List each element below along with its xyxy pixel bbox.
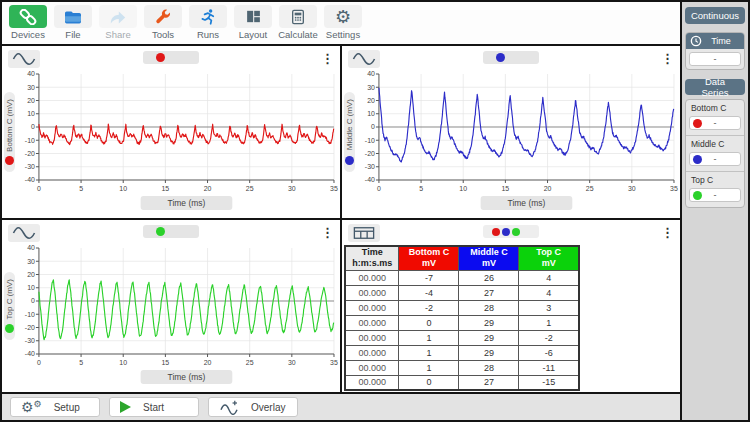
column-header-bottom-c[interactable]: Bottom CmV [399, 246, 459, 270]
plot-area-bottom-c[interactable]: -40-30-20-1001020304005101520253035Time … [15, 68, 340, 218]
graph-menu-icon[interactable]: ⋮ [321, 53, 334, 65]
calculate-button[interactable]: Calculate [276, 5, 320, 40]
table-cell[interactable]: 1 [399, 345, 459, 360]
tools-button[interactable]: Tools [141, 5, 185, 40]
table-cell[interactable]: -4 [399, 285, 459, 300]
svg-text:20: 20 [204, 185, 212, 192]
svg-text:-20: -20 [25, 324, 35, 331]
table-cell[interactable]: -2 [399, 300, 459, 315]
bottom-c-value-field[interactable]: - [689, 116, 741, 130]
table-cell[interactable]: 00.000 [345, 345, 399, 360]
y-axis-label-bottom-c[interactable]: Bottom C (mV) [4, 92, 15, 173]
table-row[interactable]: 00.000128-11 [345, 360, 579, 375]
table-cell[interactable]: 00.000 [345, 300, 399, 315]
table-row[interactable]: 00.000129-6 [345, 345, 579, 360]
table-row[interactable]: 00.000-7264 [345, 270, 579, 285]
plot-area-middle-c[interactable]: -40-30-20-1001020304005101520253035Time … [355, 68, 680, 218]
table-cell[interactable]: 00.000 [345, 315, 399, 330]
graph-menu-icon[interactable]: ⋮ [661, 53, 674, 65]
table-cell[interactable]: 0 [399, 375, 459, 390]
table-menu-icon[interactable]: ⋮ [661, 227, 674, 239]
table-row[interactable]: 00.000-4274 [345, 285, 579, 300]
gear-icon: ⚙ [324, 5, 362, 28]
series-item-bottom-c[interactable]: Bottom C - [686, 100, 744, 136]
table-cell[interactable]: 29 [459, 345, 519, 360]
middle-c-dot-icon [502, 228, 510, 236]
continuous-mode-button[interactable]: Continuous [685, 7, 745, 24]
play-icon [120, 401, 131, 413]
overlay-button[interactable]: Overlay [208, 397, 298, 417]
table-cell[interactable]: 4 [519, 285, 579, 300]
table-series-button[interactable] [483, 225, 539, 238]
table-cell[interactable]: -6 [519, 345, 579, 360]
main-area: Devices File Share Tools [2, 2, 682, 420]
svg-text:0: 0 [31, 297, 35, 304]
table-cell[interactable]: 29 [459, 330, 519, 345]
svg-text:10: 10 [367, 110, 375, 117]
middle-c-value-field[interactable]: - [689, 152, 741, 166]
layout-button[interactable]: Layout [231, 5, 275, 40]
table-cell[interactable]: 1 [399, 330, 459, 345]
table-cell[interactable]: -7 [399, 270, 459, 285]
table-row[interactable]: 00.0000291 [345, 315, 579, 330]
bottom-c-dot-icon [156, 53, 165, 62]
table-cell[interactable]: 27 [459, 375, 519, 390]
table-cell[interactable]: 00.000 [345, 360, 399, 375]
table-cell[interactable]: 0 [399, 315, 459, 330]
series-item-middle-c[interactable]: Middle C - [686, 136, 744, 172]
runner-icon [189, 5, 227, 28]
svg-text:35: 35 [330, 185, 338, 192]
table-icon [351, 226, 377, 240]
table-cell[interactable]: 1 [399, 360, 459, 375]
column-header-middle-c[interactable]: Middle CmV [459, 246, 519, 270]
table-cell[interactable]: -11 [519, 360, 579, 375]
y-axis-label-top-c[interactable]: Top C (mV) [4, 272, 15, 340]
setup-button[interactable]: ⚙⚙ Setup [10, 397, 100, 417]
middle-c-dot-icon [496, 53, 505, 62]
table-row[interactable]: 00.000-2283 [345, 300, 579, 315]
plot-area-top-c[interactable]: -40-30-20-1001020304005101520253035Time … [15, 242, 340, 392]
table-row[interactable]: 00.000027-15 [345, 375, 579, 390]
data-table[interactable]: Timeh:m:s.msBottom CmVMiddle CmVTop CmV0… [344, 245, 580, 391]
graph-type-button[interactable] [348, 50, 380, 68]
series-item-top-c[interactable]: Top C - [686, 172, 744, 207]
legend-button-middle-c[interactable] [483, 51, 539, 64]
table-cell[interactable]: 3 [519, 300, 579, 315]
file-button[interactable]: File [51, 5, 95, 40]
svg-text:-10: -10 [365, 137, 375, 144]
start-button[interactable]: Start [109, 397, 199, 417]
table-cell[interactable]: -2 [519, 330, 579, 345]
table-cell[interactable]: 27 [459, 285, 519, 300]
graph-type-button[interactable] [8, 224, 40, 242]
data-series-header[interactable]: Data Series [685, 79, 745, 95]
y-axis-label-middle-c[interactable]: Middle C (mV) [344, 92, 355, 171]
table-cell[interactable]: -15 [519, 375, 579, 390]
top-c-value-field[interactable]: - [689, 188, 741, 202]
table-cell[interactable]: 1 [519, 315, 579, 330]
graph-type-button[interactable] [8, 50, 40, 68]
column-header-time[interactable]: Timeh:m:s.ms [345, 246, 399, 270]
table-row[interactable]: 00.000129-2 [345, 330, 579, 345]
table-cell[interactable]: 28 [459, 300, 519, 315]
runs-button[interactable]: Runs [186, 5, 230, 40]
table-cell[interactable]: 29 [459, 315, 519, 330]
settings-button[interactable]: ⚙ Settings [321, 5, 365, 40]
table-cell[interactable]: 28 [459, 360, 519, 375]
table-cell[interactable]: 4 [519, 270, 579, 285]
legend-button-bottom-c[interactable] [143, 51, 199, 64]
data-series-card: Bottom C - Middle C - Top C - [685, 99, 745, 208]
table-cell[interactable]: 26 [459, 270, 519, 285]
table-cell[interactable]: 00.000 [345, 270, 399, 285]
time-value-field[interactable]: - [689, 52, 741, 66]
graph-menu-icon[interactable]: ⋮ [321, 227, 334, 239]
devices-button[interactable]: Devices [6, 5, 50, 40]
column-header-top-c[interactable]: Top CmV [519, 246, 579, 270]
table-scroll-area[interactable]: Timeh:m:s.msBottom CmVMiddle CmVTop CmV0… [342, 242, 680, 392]
svg-text:-40: -40 [365, 176, 375, 183]
table-options-button[interactable] [348, 224, 380, 242]
legend-button-top-c[interactable] [143, 225, 199, 238]
svg-text:30: 30 [27, 258, 35, 265]
table-cell[interactable]: 00.000 [345, 375, 399, 390]
table-cell[interactable]: 00.000 [345, 330, 399, 345]
table-cell[interactable]: 00.000 [345, 285, 399, 300]
